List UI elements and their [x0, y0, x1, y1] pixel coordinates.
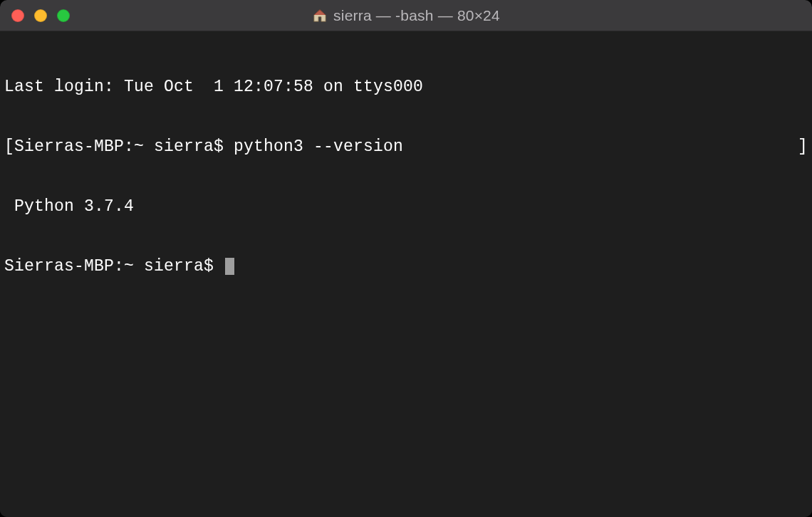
shell-prompt: Sierras-MBP:~ sierra$: [14, 137, 234, 156]
window-title: sierra — -bash — 80×24: [333, 7, 500, 24]
prompt-open-bracket: [: [4, 137, 14, 156]
terminal-window: sierra — -bash — 80×24 Last login: Tue O…: [0, 0, 812, 517]
terminal-line-login: Last login: Tue Oct 1 12:07:58 on ttys00…: [4, 77, 808, 97]
title-center: sierra — -bash — 80×24: [0, 7, 812, 24]
traffic-lights: [0, 9, 70, 22]
home-icon: [312, 8, 328, 24]
maximize-button[interactable]: [57, 9, 70, 22]
titlebar: sierra — -bash — 80×24: [0, 0, 812, 31]
close-button[interactable]: [11, 9, 24, 22]
terminal-viewport[interactable]: Last login: Tue Oct 1 12:07:58 on ttys00…: [0, 31, 812, 517]
shell-prompt: Sierras-MBP:~ sierra$: [4, 257, 224, 276]
prompt-close-bracket: ]: [798, 137, 808, 157]
cursor-block: [225, 258, 234, 275]
command-output: Python 3.7.4: [4, 197, 808, 216]
command-text: python3 --version: [234, 137, 403, 156]
minimize-button[interactable]: [34, 9, 47, 22]
